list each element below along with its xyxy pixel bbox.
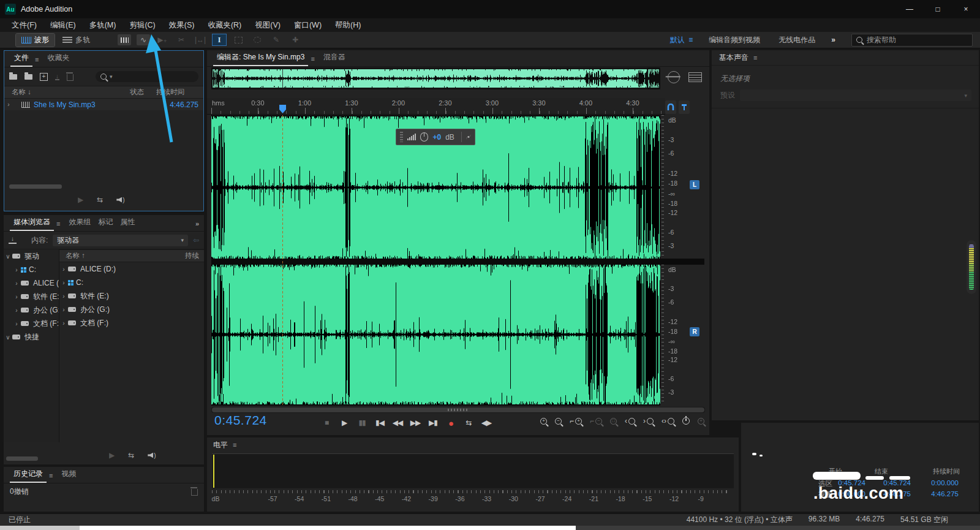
drive-row[interactable]: ›文档 (F:) — [59, 316, 204, 330]
menu-item[interactable]: 效果(S) — [162, 20, 202, 31]
speaker-icon[interactable]: ) — [116, 197, 124, 203]
waveform-view-button[interactable]: 波形 — [16, 34, 55, 47]
files-panel-menu-icon[interactable]: ≡ — [32, 56, 43, 67]
overview-waveform[interactable] — [211, 67, 660, 89]
files-search-input[interactable]: ▾ — [96, 71, 198, 82]
tab-history[interactable]: 历史记录 — [10, 469, 47, 483]
drive-row[interactable]: ›C: — [59, 276, 204, 289]
hud-grip-icon[interactable] — [400, 132, 403, 142]
tab-editor[interactable]: 编辑器: She Is My Sin.mp3 — [213, 52, 308, 66]
paintbrush-tool-icon[interactable]: ✎ — [270, 34, 283, 45]
stop-button[interactable]: ■ — [320, 417, 333, 429]
drive-row[interactable]: ›办公 (G:) — [59, 303, 204, 316]
record-button[interactable]: ● — [445, 417, 457, 429]
selection-duration[interactable]: 0:00.000 — [911, 479, 959, 486]
waveform-hscrollbar[interactable] — [211, 407, 705, 413]
hud-gain-value[interactable]: +0 — [432, 133, 441, 142]
spot-healing-tool-icon[interactable]: ✚ — [288, 34, 302, 45]
loop-preview-icon[interactable]: ⇆ — [97, 195, 103, 204]
channel-badge-right[interactable]: R — [690, 327, 699, 336]
zoom-out-time-button[interactable]: ⌐− — [590, 417, 602, 425]
chevron-right-icon[interactable]: › — [59, 279, 68, 286]
skip-to-end-button[interactable]: ▶▮ — [427, 417, 439, 429]
history-trash-icon[interactable] — [191, 489, 198, 496]
menu-item[interactable]: 剪辑(C) — [123, 20, 162, 31]
selection-start[interactable]: 0:45.724 — [818, 479, 865, 486]
chevron-right-icon[interactable]: › — [12, 267, 21, 273]
media-preview-play-icon[interactable]: ▶ — [109, 451, 115, 460]
playhead-line[interactable] — [282, 115, 283, 406]
marquee-selection-tool-icon[interactable] — [232, 34, 245, 45]
magnet-snap-button[interactable] — [665, 100, 676, 114]
tree-drive-item[interactable]: ›办公 (G:) — [4, 303, 59, 317]
media-panel-menu-icon[interactable]: ≡ — [54, 220, 65, 231]
view-end[interactable]: 4:46.275 — [863, 490, 911, 498]
overview-right-handle[interactable] — [647, 67, 660, 89]
view-duration[interactable]: 4:46.275 — [911, 490, 959, 498]
zoom-to-selection-button[interactable]: ‹› — [662, 417, 674, 425]
workspace-button[interactable]: 编辑音频到视频 — [709, 35, 760, 45]
tab-properties[interactable]: 属性 — [116, 217, 138, 231]
essential-sound-menu-icon[interactable]: ≡ — [753, 54, 757, 61]
workspace-default-button[interactable]: 默认 ≡ — [670, 35, 693, 45]
import-file-icon[interactable] — [24, 74, 32, 80]
drive-row[interactable]: ›ALICE (D:) — [59, 262, 204, 276]
skip-selection-button[interactable]: ◀▶ — [480, 417, 492, 429]
col-status-header[interactable]: 状态 — [130, 88, 144, 97]
timer-button[interactable] — [682, 417, 690, 425]
media-loop-preview-icon[interactable]: ⇆ — [128, 451, 134, 460]
channel-badge-left[interactable]: L — [690, 180, 699, 189]
drive-row[interactable]: ›软件 (E:) — [59, 289, 204, 303]
overview-strip[interactable] — [211, 67, 660, 89]
levels-panel-menu-icon[interactable]: ≡ — [233, 441, 236, 449]
tab-effects-rack[interactable]: 效果组 — [65, 217, 94, 231]
frequency-display-icon[interactable] — [118, 34, 131, 45]
tab-mixer[interactable]: 混音器 — [320, 52, 349, 66]
file-row[interactable]: › She Is My Sin.mp3 4:46.275 — [4, 99, 203, 110]
tab-video[interactable]: 视频 — [58, 469, 80, 483]
preview-play-icon[interactable]: ▶ — [78, 195, 83, 204]
skip-to-start-button[interactable]: ▮◀ — [374, 417, 386, 429]
chevron-down-icon[interactable]: ∨ — [4, 253, 12, 260]
playhead-time-display[interactable]: 0:45.724 — [214, 413, 267, 428]
save-icon[interactable]: ↓ — [55, 74, 59, 80]
zoom-navigator-icon[interactable] — [668, 71, 680, 83]
zoom-in-time-button[interactable]: ⌐+ — [570, 417, 582, 425]
time-selection-tool-icon[interactable]: I — [213, 34, 226, 45]
workspace-overflow-button[interactable]: » — [831, 36, 835, 44]
chevron-right-icon[interactable]: › — [59, 266, 68, 273]
chevron-right-icon[interactable]: › — [59, 306, 68, 313]
import-media-icon[interactable]: ↓ — [9, 237, 17, 244]
chevron-right-icon[interactable]: › — [12, 280, 21, 287]
tree-shortcuts[interactable]: ∨快捷 — [4, 330, 59, 344]
chevron-right-icon[interactable]: › — [12, 320, 21, 327]
level-meter[interactable] — [212, 453, 734, 488]
chevron-right-icon[interactable]: › — [12, 293, 21, 300]
menu-item[interactable]: 视图(V) — [248, 20, 287, 31]
menu-item[interactable]: 文件(F) — [5, 20, 43, 31]
timeline-ruler[interactable]: hms 0:301:001:302:002:303:003:304:004:30 — [207, 98, 665, 115]
tab-files[interactable]: 文件 — [10, 53, 32, 67]
chevron-right-icon[interactable]: › — [12, 307, 21, 314]
tree-drive-item[interactable]: ›文档 (F:) — [4, 317, 59, 330]
fast-forward-button[interactable]: ▶▶ — [409, 417, 421, 429]
menu-item[interactable]: 多轨(M) — [83, 20, 123, 31]
tree-drive-item[interactable]: ›软件 (E:) — [4, 290, 59, 303]
zoom-reset-button[interactable]: + — [698, 418, 704, 425]
maximize-button[interactable]: □ — [924, 0, 952, 18]
zoom-to-out-point-button[interactable]: › — [643, 417, 654, 425]
menu-item[interactable]: 帮助(H) — [328, 20, 368, 31]
volume-hud[interactable]: +0 dB — [396, 129, 475, 145]
media-col-duration[interactable]: 持续 — [185, 251, 204, 260]
editor-panel-menu-icon[interactable]: ≡ — [308, 55, 319, 66]
chevron-right-icon[interactable]: › — [4, 101, 13, 108]
chevron-right-icon[interactable]: › — [59, 293, 68, 300]
slip-tool-icon[interactable]: |↔| — [194, 34, 207, 45]
zoom-in-button[interactable]: + — [540, 418, 547, 425]
razor-tool-icon[interactable]: ✂ — [175, 34, 188, 45]
tab-markers[interactable]: 标记 — [94, 217, 116, 231]
overview-left-handle[interactable] — [211, 67, 219, 89]
zoom-in-selection-button[interactable]: □ — [610, 418, 617, 425]
move-tool-icon[interactable]: ▶₊ — [156, 34, 169, 45]
rewind-button[interactable]: ◀◀ — [391, 417, 404, 429]
